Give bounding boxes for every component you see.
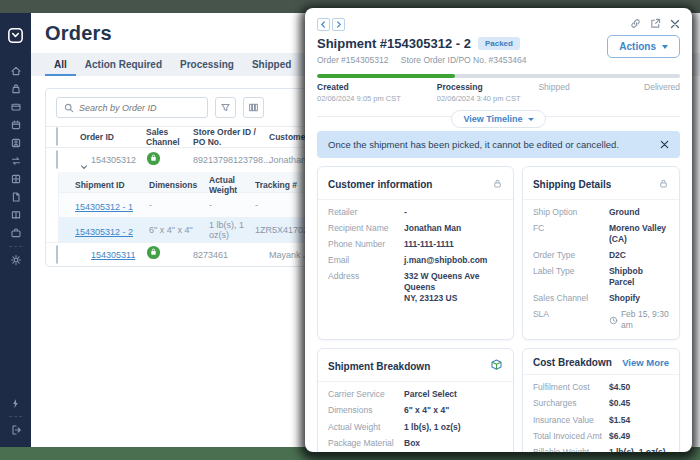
prev-shipment-button[interactable] [317,18,330,31]
tab-all[interactable]: All [45,53,76,76]
shipment-weight: - [209,200,255,210]
field-value: Shipbob Parcel [609,266,669,288]
tab-action-required[interactable]: Action Required [76,53,171,76]
sidebar [0,13,31,447]
field-row-address: Address 332 W Queens Ave Queens NY, 2312… [328,271,503,304]
field-label: Dimensions [328,405,404,416]
collapse-chevron-icon[interactable] [80,157,87,164]
open-in-new-icon[interactable] [650,18,661,29]
field-label: Retailer [328,207,404,218]
shipment-detail-panel: Shipment #154305312 - 2 Packed Actions O… [305,8,692,452]
row-checkbox[interactable] [56,150,58,169]
field-row: Retailer- [328,207,503,218]
shipbob-logo-icon [7,27,24,48]
store-order-id: 8273461 [193,250,269,260]
field-label: Actual Weight [328,422,404,433]
info-banner: Once the shipment has been picked, it ca… [317,131,680,158]
field-row: Ship OptionGround [533,207,669,218]
banner-close-icon[interactable] [660,140,669,149]
shipment-dimensions: - [149,200,209,210]
orders-icon[interactable] [0,80,31,98]
shipment-link[interactable]: 154305312 - 1 [75,202,133,212]
field-label: Billable Weight [533,447,609,452]
shipment-weight: 1 lb(s), 1 oz(s) [209,220,255,240]
col-dimensions: Dimensions [149,180,209,190]
row-checkbox[interactable] [56,245,58,264]
field-row: Total Invoiced Amt$6.49 [533,431,669,442]
work-orders-icon[interactable] [0,224,31,242]
field-row: Actual Weight1 lb(s), 1 oz(s) [328,422,503,433]
filter-button[interactable] [215,97,236,118]
lock-icon [492,175,503,193]
order-id: 154305312 [91,155,136,165]
field-value: 111-111-1111 [404,239,503,250]
field-label: Package Material [328,438,404,449]
status-badge: Packed [478,37,520,50]
field-row: Recipient NameJonathan Man [328,223,503,234]
package-icon [490,357,503,375]
documents-icon[interactable] [0,188,31,206]
shipping-details-card: Shipping Details Ship OptionGround FCMor… [522,166,680,340]
shipment-progress: Created 02/06/2024 9:05 pm CST Processin… [317,74,680,106]
field-row: Package MaterialBox [328,438,503,449]
field-row: Sales ChannelShopify [533,293,669,304]
columns-button[interactable] [243,97,264,118]
select-all-checkbox[interactable] [56,127,58,146]
field-value: $1.54 [609,415,669,426]
field-label: Surcharges [533,398,609,409]
banner-text: Once the shipment has been picked, it ca… [328,139,660,150]
home-icon[interactable] [0,62,31,80]
settings-gear-icon[interactable] [0,251,31,269]
transfers-icon[interactable] [0,152,31,170]
field-label: Address [328,271,404,304]
sidebar-divider [9,416,22,417]
chevron-down-icon [662,45,668,49]
billing-icon[interactable] [0,98,31,116]
field-value: Parcel Select [404,389,503,400]
shipment-title: Shipment #154305312 - 2 [317,36,471,51]
close-icon[interactable] [670,19,680,29]
catalog-icon[interactable] [0,206,31,224]
customer-information-card: Customer information Retailer- Recipient… [317,166,514,340]
field-value: j.man@shipbob.com [404,255,503,266]
calendar-icon[interactable] [0,116,31,134]
panel-header: Shipment #154305312 - 2 Packed Actions O… [317,18,680,65]
tab-processing[interactable]: Processing [171,53,243,76]
field-value: 1 lb(s), 1 oz(s) [404,422,503,433]
field-row: Fulfilment Cost$4.50 [533,382,669,393]
field-row: Dimensions6" x 4" x 4" [328,405,503,416]
sla-value: Feb 15, 9:30 am [609,309,669,331]
actions-button[interactable]: Actions [607,35,680,58]
order-search[interactable] [56,97,208,118]
view-timeline-button[interactable]: View Timeline [451,110,545,128]
tab-shipped[interactable]: Shipped [243,53,300,76]
funnel-icon [220,99,231,117]
field-value: 1 lb(s), 1 oz(s) [609,447,669,452]
field-value: 6" x 4" x 4" [404,405,503,416]
col-actual-weight: Actual Weight [209,175,255,195]
view-more-link[interactable]: View More [622,357,669,368]
field-label: Email [328,255,404,266]
reports-icon[interactable] [0,170,31,188]
order-id-link[interactable]: 154305311 [91,250,135,260]
users-icon[interactable] [0,134,31,152]
store-ref: Store Order ID/PO No. #3453464 [401,55,527,65]
quick-actions-icon[interactable] [0,394,31,412]
order-ref: Order #154305312 [317,55,388,65]
copy-link-icon[interactable] [630,18,641,29]
field-value: Moreno Valley (CA) [609,223,669,245]
field-row: Carrier ServiceParcel Select [328,389,503,400]
field-label: Total Invoiced Amt [533,431,609,442]
cost-breakdown-card: Cost Breakdown View More Fulfilment Cost… [522,348,680,452]
field-row: Insurance Value$1.54 [533,415,669,426]
next-shipment-button[interactable] [332,18,345,31]
col-order-id: Order ID [80,132,146,142]
logout-icon[interactable] [0,421,31,439]
field-row: Emailj.man@shipbob.com [328,255,503,266]
field-label: Ship Option [533,207,609,218]
search-input[interactable] [79,103,200,113]
field-label: SLA [533,309,609,331]
card-title: Cost Breakdown [533,357,612,368]
shipment-link[interactable]: 154305312 - 2 [75,227,133,237]
field-value: Ground [609,207,669,218]
